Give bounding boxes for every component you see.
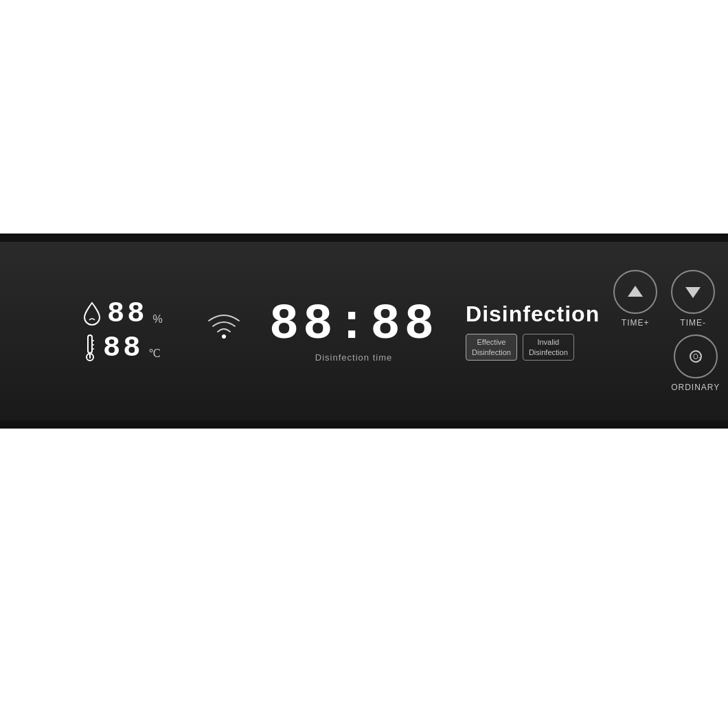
humidity-icon xyxy=(82,302,102,326)
svg-point-6 xyxy=(222,334,226,339)
mode-area: Disinfection Effective Disinfection Inva… xyxy=(466,302,600,361)
readings-display: 88 % 88 ℃ xyxy=(82,299,192,363)
time-plus-group: TIME+ xyxy=(613,270,657,328)
bottom-buttons-row: O 3 ORDINARY 3 STRENGTH xyxy=(671,334,728,392)
humidity-value: 88 xyxy=(107,299,147,328)
bottom-black-bar xyxy=(0,420,728,429)
svg-text:O: O xyxy=(693,353,698,361)
ordinary-label: ORDINARY xyxy=(671,383,720,392)
humidity-unit: % xyxy=(152,313,162,326)
temperature-unit: ℃ xyxy=(148,347,161,360)
time-label: Disinfection time xyxy=(315,352,392,363)
svg-rect-0 xyxy=(88,335,92,353)
ordinary-button[interactable]: O 3 xyxy=(674,334,718,378)
time-plus-label: TIME+ xyxy=(622,318,650,328)
time-value: 88:88 xyxy=(269,300,438,350)
temperature-value: 88 xyxy=(103,334,143,363)
svg-marker-8 xyxy=(685,287,701,298)
time-plus-button[interactable] xyxy=(613,270,657,314)
top-buttons-row: TIME+ TIME- ON/OFF xyxy=(613,270,728,328)
bottom-white-panel xyxy=(0,429,728,728)
svg-text:3: 3 xyxy=(698,356,702,362)
thermometer-icon xyxy=(82,334,98,362)
indicator-row: Effective Disinfection Invalid Disinfect… xyxy=(466,334,574,361)
temperature-row: 88 ℃ xyxy=(82,334,192,363)
ordinary-group: O 3 ORDINARY xyxy=(671,334,720,392)
time-minus-label: TIME- xyxy=(680,318,706,328)
buttons-area: TIME+ TIME- ON/OFF xyxy=(613,270,728,392)
mode-label: Disinfection xyxy=(466,302,600,327)
effective-disinfection-badge: Effective Disinfection xyxy=(466,334,517,361)
invalid-disinfection-badge: Invalid Disinfection xyxy=(523,334,574,361)
wifi-icon-area xyxy=(206,310,242,339)
top-black-bar xyxy=(0,234,728,242)
humidity-row: 88 % xyxy=(82,299,192,328)
time-minus-group: TIME- xyxy=(671,270,715,328)
svg-marker-7 xyxy=(628,286,643,297)
top-white-panel xyxy=(0,0,728,234)
control-panel: 88 % 88 ℃ xyxy=(0,242,728,420)
time-minus-button[interactable] xyxy=(671,270,715,314)
time-display-area: 88:88 Disinfection time xyxy=(269,300,438,363)
